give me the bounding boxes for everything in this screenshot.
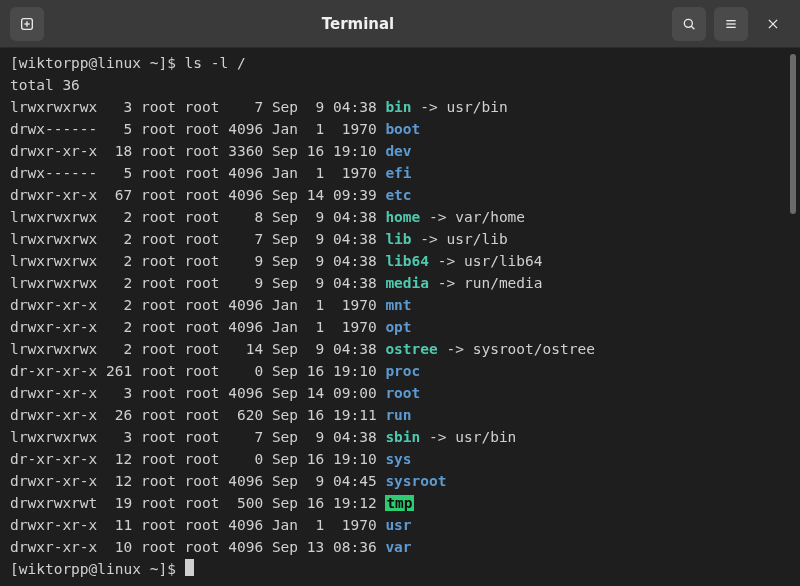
svg-point-3 xyxy=(684,19,692,27)
search-button[interactable] xyxy=(672,7,706,41)
svg-line-4 xyxy=(691,26,694,29)
window-title: Terminal xyxy=(52,15,664,33)
close-button[interactable] xyxy=(756,7,790,41)
titlebar: Terminal xyxy=(0,0,800,48)
menu-button[interactable] xyxy=(714,7,748,41)
scrollbar-thumb[interactable] xyxy=(790,54,796,214)
cursor xyxy=(185,559,194,576)
new-tab-button[interactable] xyxy=(10,7,44,41)
terminal-viewport[interactable]: [wiktorpp@linux ~]$ ls -l / total 36 lrw… xyxy=(0,48,800,586)
terminal-output: [wiktorpp@linux ~]$ ls -l / total 36 lrw… xyxy=(10,52,794,580)
